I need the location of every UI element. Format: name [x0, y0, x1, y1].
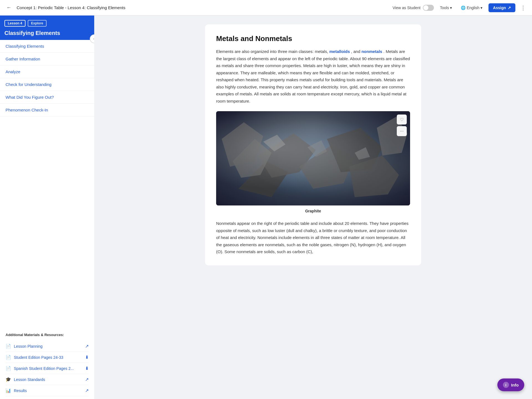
image-container: ♡ ··· [216, 111, 410, 205]
image-caption: Graphite [216, 209, 410, 213]
toggle-switch[interactable] [423, 5, 434, 11]
favorite-button[interactable]: ♡ [397, 115, 407, 124]
back-icon: ← [6, 5, 11, 11]
info-label: Info [511, 383, 519, 387]
sidebar-navigation: Classifying Elements Gather Information … [0, 40, 94, 327]
svg-marker-7 [222, 122, 263, 167]
sidebar-item-analyze[interactable]: Analyze [0, 65, 94, 78]
assign-icon: ↗ [508, 6, 511, 10]
content-card: Metals and Nonmetals Elements are also o… [205, 24, 421, 265]
header-actions: View as Student Tools ▾ 🌐 English ▾ Assi… [393, 3, 528, 12]
explore-badge: Explore [28, 20, 47, 27]
top-header: ← Concept 1: Periodic Table - Lesson 4: … [0, 0, 532, 16]
svg-marker-1 [238, 161, 288, 197]
collapse-icon: ← [93, 37, 94, 41]
graphite-image [216, 111, 410, 205]
sidebar: Lesson 4 Explore Classifying Elements ← … [0, 16, 94, 399]
heart-icon: ♡ [400, 117, 404, 122]
paragraph1-post: . Metals are the largest class of elemen… [216, 49, 410, 103]
sidebar-header: Lesson 4 Explore Classifying Elements [0, 16, 94, 40]
resource-results[interactable]: 📊 Results ↗ [6, 385, 89, 396]
image-more-button[interactable]: ··· [397, 126, 407, 136]
page-title: Concept 1: Periodic Table - Lesson 4: Cl… [17, 5, 393, 10]
document-icon: 📄 [6, 366, 11, 371]
image-action-buttons: ♡ ··· [397, 115, 407, 136]
content-paragraph-2: Nonmetals appear on the right of the per… [216, 220, 410, 255]
content-area: Metals and Nonmetals Elements are also o… [94, 16, 532, 399]
view-as-student-toggle[interactable]: View as Student [393, 5, 434, 11]
metalloids-link[interactable]: metalloids [329, 49, 350, 54]
more-icon: ⋮ [520, 5, 526, 11]
external-link-icon: ↗ [85, 388, 89, 393]
info-icon: i [503, 382, 509, 388]
more-dots-icon: ··· [400, 129, 403, 134]
document-icon: 📄 [6, 344, 11, 349]
document-icon: 📄 [6, 355, 11, 360]
external-link-icon: ↗ [85, 344, 89, 349]
svg-marker-5 [327, 128, 382, 172]
lesson-badge: Lesson 4 [4, 20, 25, 27]
content-paragraph-1: Elements are also organized into three m… [216, 48, 410, 105]
assign-button[interactable]: Assign ↗ [488, 3, 515, 12]
svg-marker-6 [349, 156, 399, 197]
download-icon: ⬇ [85, 366, 89, 371]
main-layout: Lesson 4 Explore Classifying Elements ← … [0, 16, 532, 399]
svg-marker-2 [258, 133, 316, 178]
svg-rect-0 [216, 111, 410, 205]
tools-button[interactable]: Tools ▾ [437, 4, 455, 12]
sidebar-resources: Additional Materials & Resources: 📄 Less… [0, 327, 94, 399]
svg-marker-9 [263, 135, 285, 151]
back-button[interactable]: ← [4, 3, 13, 12]
svg-marker-11 [355, 147, 370, 160]
tools-chevron-icon: ▾ [450, 6, 452, 10]
resources-title: Additional Materials & Resources: [6, 333, 89, 337]
sidebar-item-classifying-elements[interactable]: Classifying Elements [0, 40, 94, 53]
assign-label: Assign [493, 6, 506, 10]
resource-spanish-edition[interactable]: 📄 Spanish Student Edition Pages 2... ⬇ [6, 363, 89, 374]
sidebar-item-check-for-understanding[interactable]: Check for Understanding [0, 78, 94, 91]
sidebar-section-title: Classifying Elements [4, 29, 90, 37]
language-chevron-icon: ▾ [480, 6, 482, 10]
graduation-icon: 🎓 [6, 377, 11, 382]
resource-label: Spanish Student Edition Pages 2... [14, 366, 74, 371]
resource-label: Student Edition Pages 24-33 [14, 355, 63, 360]
resource-label: Lesson Standards [14, 377, 45, 382]
globe-icon: 🌐 [461, 6, 466, 10]
info-button[interactable]: i Info [497, 378, 525, 391]
resource-student-edition[interactable]: 📄 Student Edition Pages 24-33 ⬇ [6, 352, 89, 363]
view-as-student-label: View as Student [393, 6, 421, 10]
resource-label: Lesson Planning [14, 344, 43, 349]
language-button[interactable]: 🌐 English ▾ [458, 4, 485, 12]
sidebar-item-gather-information[interactable]: Gather Information [0, 53, 94, 65]
more-options-button[interactable]: ⋮ [519, 3, 528, 12]
resource-lesson-planning[interactable]: 📄 Lesson Planning ↗ [6, 341, 89, 352]
nonmetals-link[interactable]: nonmetals [361, 49, 382, 54]
svg-marker-4 [233, 139, 272, 178]
svg-marker-3 [299, 144, 355, 189]
sidebar-badges: Lesson 4 Explore [4, 20, 90, 27]
download-icon: ⬇ [85, 355, 89, 360]
language-label: English [467, 6, 479, 10]
external-link-icon: ↗ [85, 377, 89, 382]
content-title: Metals and Nonmetals [216, 34, 410, 43]
paragraph1-mid: , and [350, 49, 362, 54]
sidebar-item-what-did-you-figure-out[interactable]: What Did You Figure Out? [0, 91, 94, 104]
chart-icon: 📊 [6, 388, 11, 393]
sidebar-item-phenomenon-check-in[interactable]: Phenomenon Check-In [0, 104, 94, 116]
resource-lesson-standards[interactable]: 🎓 Lesson Standards ↗ [6, 374, 89, 385]
resource-label: Results [14, 388, 27, 393]
paragraph1-pre: Elements are also organized into three m… [216, 49, 329, 54]
svg-marker-10 [308, 140, 327, 157]
graphite-svg [216, 111, 410, 205]
tools-label: Tools [440, 6, 449, 10]
